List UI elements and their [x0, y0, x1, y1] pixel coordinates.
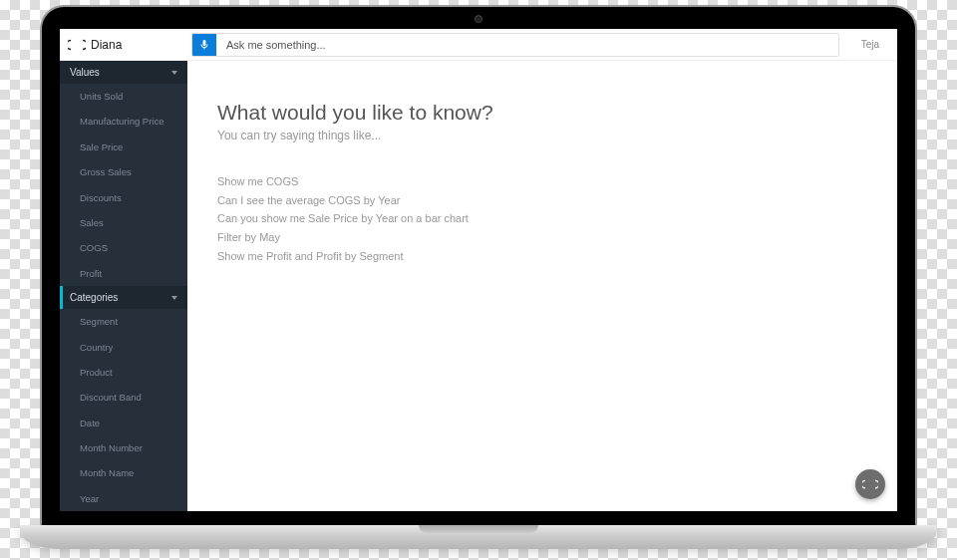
- sidebar-item-country[interactable]: Country: [60, 335, 187, 360]
- brand-name: Diana: [91, 38, 122, 52]
- mic-icon: [198, 39, 210, 51]
- app-header: Diana Teja: [60, 29, 897, 61]
- chevron-down-icon: [171, 296, 177, 300]
- suggestion-item[interactable]: Filter by May: [217, 228, 867, 247]
- main-subheading: You can try saying things like...: [217, 129, 867, 142]
- sidebar-item-units-sold[interactable]: Units Sold: [60, 84, 187, 109]
- brand[interactable]: Diana: [68, 38, 183, 52]
- sidebar-section-categories[interactable]: Categories: [60, 286, 187, 309]
- main-content: What would you like to know? You can try…: [187, 61, 897, 511]
- sidebar: Values Units Sold Manufacturing Price Sa…: [60, 61, 187, 511]
- sidebar-item-gross-sales[interactable]: Gross Sales: [60, 159, 187, 184]
- sidebar-item-date[interactable]: Date: [60, 411, 187, 435]
- sidebar-item-discount-band[interactable]: Discount Band: [60, 385, 187, 410]
- sidebar-section-label: Categories: [70, 292, 118, 303]
- sidebar-section-label: Values: [70, 67, 100, 78]
- suggestion-item[interactable]: Can I see the average COGS by Year: [217, 191, 867, 210]
- main-heading: What would you like to know?: [217, 101, 867, 125]
- mic-button[interactable]: [192, 33, 216, 57]
- screen-bezel: Diana Teja: [40, 5, 917, 525]
- webcam: [475, 15, 482, 23]
- sidebar-item-year[interactable]: Year: [60, 486, 187, 511]
- suggestion-item[interactable]: Can you show me Sale Price by Year on a …: [217, 209, 867, 228]
- sidebar-item-discounts[interactable]: Discounts: [60, 185, 187, 210]
- app-window: Diana Teja: [60, 29, 897, 511]
- chevron-down-icon: [171, 71, 177, 75]
- sidebar-section-values[interactable]: Values: [60, 61, 187, 84]
- search-input[interactable]: [216, 39, 838, 51]
- sidebar-item-product[interactable]: Product: [60, 360, 187, 385]
- link-icon: [862, 479, 878, 489]
- search-bar: [191, 33, 839, 57]
- brand-logo-icon: [68, 39, 86, 51]
- sidebar-item-month-number[interactable]: Month Number: [60, 435, 187, 460]
- sidebar-item-sales[interactable]: Sales: [60, 210, 187, 235]
- floating-action-button[interactable]: [855, 469, 885, 499]
- laptop-mockup: Diana Teja: [40, 5, 917, 549]
- sidebar-item-sale-price[interactable]: Sale Price: [60, 135, 187, 159]
- sidebar-item-profit[interactable]: Profit: [60, 261, 187, 286]
- sidebar-item-segment[interactable]: Segment: [60, 309, 187, 334]
- laptop-base: [20, 525, 937, 549]
- suggestion-item[interactable]: Show me COGS: [217, 172, 867, 191]
- sidebar-item-month-name[interactable]: Month Name: [60, 460, 187, 485]
- suggestion-list: Show me COGS Can I see the average COGS …: [217, 172, 867, 265]
- suggestion-item[interactable]: Show me Profit and Profit by Segment: [217, 247, 867, 266]
- app-body: Values Units Sold Manufacturing Price Sa…: [60, 61, 897, 511]
- user-label[interactable]: Teja: [847, 39, 889, 50]
- sidebar-item-manufacturing-price[interactable]: Manufacturing Price: [60, 109, 187, 134]
- sidebar-item-cogs[interactable]: COGS: [60, 235, 187, 260]
